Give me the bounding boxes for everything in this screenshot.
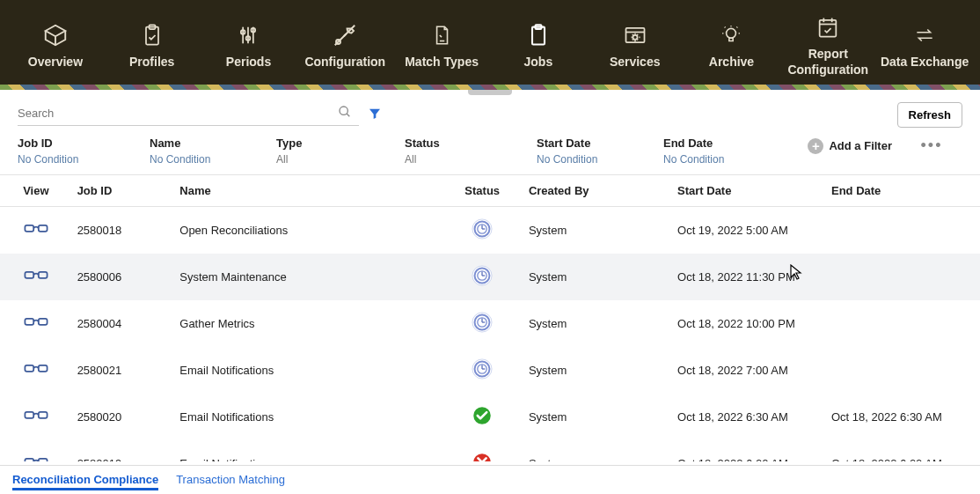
cal-check-icon: [779, 12, 876, 42]
svg-rect-30: [39, 272, 48, 278]
filter-end-date[interactable]: End Date No Condition: [663, 136, 784, 166]
glasses-icon: [24, 316, 48, 328]
svg-point-14: [633, 35, 637, 40]
col-start-date[interactable]: Start Date: [672, 175, 826, 207]
cell-name: System Maintenance: [174, 254, 441, 300]
nav-profiles[interactable]: Profiles: [104, 15, 201, 70]
more-actions-icon[interactable]: •••: [918, 136, 945, 155]
svg-line-21: [347, 114, 349, 116]
cell-end-date: [826, 300, 980, 347]
nav-label: ReportConfiguration: [779, 46, 876, 77]
cell-start-date: Oct 18, 2022 11:30 PM: [672, 254, 826, 300]
view-button[interactable]: [24, 269, 48, 284]
svg-rect-51: [39, 412, 48, 418]
tab-transaction-matching[interactable]: Transaction Matching: [176, 471, 285, 490]
nav-data-exchange[interactable]: Data Exchange: [876, 15, 973, 70]
filter-start-date[interactable]: Start Date No Condition: [537, 136, 663, 166]
col-name[interactable]: Name: [174, 175, 441, 207]
svg-point-20: [340, 107, 347, 114]
jobs-table-area[interactable]: View Job ID Name Status Created By Start…: [0, 175, 980, 461]
svg-rect-22: [25, 225, 33, 232]
cell-created-by: System: [523, 394, 672, 440]
nav-overview[interactable]: Overview: [7, 15, 104, 70]
table-row[interactable]: 2580006System MaintenanceSystemOct 18, 2…: [0, 254, 980, 300]
refresh-button[interactable]: Refresh: [897, 102, 962, 128]
col-end-date[interactable]: End Date: [826, 175, 980, 207]
wrench-icon: [296, 20, 393, 50]
cell-end-date: [826, 207, 980, 254]
clipboard-icon: [104, 20, 201, 50]
nav-label: Match Types: [393, 54, 490, 70]
filter-jobid[interactable]: Job ID No Condition: [18, 136, 150, 166]
nav-label: Periods: [201, 54, 297, 70]
glasses-icon: [24, 456, 48, 461]
col-view[interactable]: View: [0, 175, 72, 207]
nav-match-types[interactable]: Match Types: [393, 15, 490, 70]
table-row[interactable]: 2580021Email NotificationsSystemOct 18, …: [0, 347, 980, 394]
filter-value: No Condition: [537, 153, 646, 166]
cell-created-by: System: [523, 347, 672, 394]
svg-rect-23: [39, 225, 48, 232]
view-button[interactable]: [24, 316, 48, 331]
tab-reconciliation-compliance[interactable]: Reconciliation Compliance: [12, 471, 158, 490]
table-row[interactable]: 2580018Open ReconciliationsSystemOct 19,…: [0, 207, 980, 254]
search-icon[interactable]: [338, 105, 352, 122]
cell-jobid: 2580006: [72, 254, 175, 300]
nav-label: Configuration: [296, 54, 393, 70]
glasses-icon: [24, 409, 48, 422]
cell-created-by: System: [523, 207, 672, 254]
filter-status[interactable]: Status All: [405, 136, 537, 166]
clipboard2-icon: [490, 20, 587, 50]
toolbar-row: Refresh: [0, 95, 980, 136]
svg-point-15: [727, 28, 736, 38]
clock-icon: [471, 311, 494, 334]
filter-type[interactable]: Type All: [276, 136, 405, 166]
filter-value: No Condition: [18, 153, 132, 166]
glasses-icon: [24, 223, 48, 235]
cell-jobid: 2580020: [72, 394, 175, 440]
filter-label: Type: [276, 136, 387, 150]
search-input[interactable]: [18, 107, 338, 120]
nav-periods[interactable]: Periods: [201, 15, 297, 70]
nav-configuration[interactable]: Configuration: [296, 15, 393, 70]
cell-jobid: 2580004: [72, 300, 175, 347]
add-filter-button[interactable]: + Add a Filter: [808, 138, 892, 154]
table-row[interactable]: 2580019Email NotificationsSystemOct 18, …: [0, 440, 980, 461]
filter-name[interactable]: Name No Condition: [150, 136, 276, 166]
cell-jobid: 2580019: [72, 440, 175, 461]
cell-created-by: System: [523, 440, 672, 461]
error-icon: [471, 451, 494, 461]
svg-rect-44: [39, 365, 48, 372]
svg-rect-29: [25, 272, 33, 278]
clock-icon: [471, 218, 494, 240]
view-button[interactable]: [24, 363, 48, 378]
cell-start-date: Oct 18, 2022 7:00 AM: [672, 347, 826, 394]
glasses-icon: [24, 363, 48, 375]
view-button[interactable]: [24, 456, 48, 461]
filter-icon[interactable]: [368, 107, 382, 123]
cell-end-date: Oct 18, 2022 6:00 AM: [826, 440, 980, 461]
table-row[interactable]: 2580004Gather MetricsSystemOct 18, 2022 …: [0, 300, 980, 347]
nav-label: Overview: [7, 54, 104, 70]
filter-value: No Condition: [663, 153, 766, 166]
view-button[interactable]: [24, 409, 48, 424]
nav-report-configuration[interactable]: ReportConfiguration: [779, 7, 876, 77]
clock-icon: [471, 358, 494, 380]
col-status[interactable]: Status: [442, 175, 523, 207]
cell-status: [442, 254, 523, 300]
nav-jobs[interactable]: Jobs: [490, 15, 587, 70]
clock-icon: [471, 264, 494, 287]
nav-label: Profiles: [104, 54, 201, 70]
doc-icon: [393, 20, 490, 50]
col-jobid[interactable]: Job ID: [72, 175, 175, 207]
nav-archive[interactable]: Archive: [684, 15, 780, 70]
table-row[interactable]: 2580020Email NotificationsSystemOct 18, …: [0, 394, 980, 440]
cell-created-by: System: [523, 300, 672, 347]
filter-label: Name: [150, 136, 259, 150]
view-button[interactable]: [24, 223, 48, 238]
gear-window-icon: [587, 20, 684, 50]
cell-status: [442, 300, 523, 347]
col-created-by[interactable]: Created By: [523, 175, 672, 207]
cell-name: Email Notifications: [174, 440, 441, 461]
nav-services[interactable]: Services: [587, 15, 684, 70]
